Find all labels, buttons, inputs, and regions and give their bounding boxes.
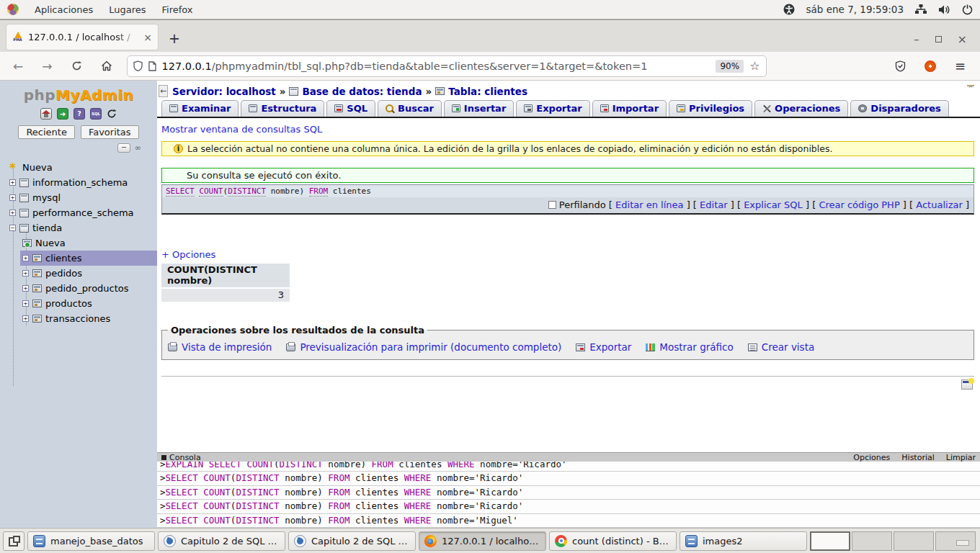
tab-importar[interactable]: Importar (592, 100, 667, 117)
taskbar-window[interactable]: Capitulo 2 de SQL c... (288, 531, 416, 551)
console-header[interactable]: Consola OpcionesHistorialLimpiar (157, 452, 980, 462)
tree-item-transacciones[interactable]: +transacciones (0, 311, 157, 326)
menu-lugares[interactable]: Lugares (109, 4, 146, 15)
operation-link[interactable]: Mostrar gráfico (646, 341, 733, 353)
tab-privilegios[interactable]: Privilegios (669, 100, 752, 117)
home-icon[interactable] (40, 108, 52, 120)
minimize-icon[interactable]: – (914, 33, 919, 46)
taskbar-window[interactable]: images2 (680, 531, 807, 551)
options-toggle-link[interactable]: + Opciones (161, 249, 215, 260)
workspace-cell[interactable] (894, 531, 934, 551)
console-history-line[interactable]: >EXPLAIN SELECT COUNT(DISTINCT nombre) F… (157, 462, 980, 472)
taskbar-window[interactable]: 127.0.0.1 / localhost... (419, 531, 546, 551)
tab-examinar[interactable]: Examinar (161, 100, 239, 117)
tree-item-performance_schema[interactable]: +performance_schema (0, 205, 157, 220)
menu-firefox[interactable]: Firefox (162, 4, 193, 15)
home-icon[interactable] (101, 60, 112, 71)
pma-logo[interactable]: phpMyAdmin (0, 86, 157, 104)
console-history-line[interactable]: >SELECT COUNT(DISTINCT nombre) FROM clie… (157, 500, 980, 513)
close-icon[interactable]: × (958, 32, 967, 46)
operation-link[interactable]: Crear vista (748, 341, 814, 353)
tab-buscar[interactable]: Buscar (378, 100, 442, 117)
collapse-all-icon[interactable]: − (117, 143, 130, 153)
expander-icon[interactable]: + (22, 270, 29, 276)
tree-item-information_schema[interactable]: +information_schema (0, 175, 157, 190)
sidebar-collapse-icon[interactable]: ← (159, 85, 168, 97)
refresh-icon[interactable] (107, 108, 117, 120)
power-icon[interactable] (962, 4, 973, 15)
query-action-link[interactable]: Editar (700, 199, 728, 210)
breadcrumb-item[interactable]: Tabla: clientes (448, 86, 527, 97)
menu-aplicaciones[interactable]: Aplicaciones (35, 4, 93, 15)
network-icon[interactable] (915, 4, 927, 14)
tab-disparadores[interactable]: Disparadores (850, 100, 948, 117)
logout-icon[interactable]: ➜ (57, 108, 68, 120)
volume-icon[interactable] (938, 4, 950, 15)
zoom-level-badge[interactable]: 90% (716, 60, 744, 73)
shield-icon[interactable] (133, 60, 143, 71)
console-menu-opciones[interactable]: Opciones (853, 453, 890, 462)
result-column-header[interactable]: COUNT(DISTINCT nombre) (161, 264, 290, 287)
link-icon[interactable]: ∞ (135, 143, 140, 153)
distro-logo-icon[interactable] (7, 4, 19, 15)
query-window-mini-icon[interactable] (961, 379, 973, 390)
profiling-checkbox[interactable] (548, 201, 556, 209)
query-action-link[interactable]: Editar en línea (615, 199, 683, 210)
workspace-cell[interactable] (852, 531, 892, 551)
page-info-icon[interactable] (148, 61, 156, 71)
console-menu-limpiar[interactable]: Limpiar (946, 453, 976, 462)
console-history-line[interactable]: >SELECT COUNT(DISTINCT nombre) FROM clie… (157, 514, 980, 528)
recent-button[interactable]: Reciente (18, 125, 75, 139)
tree-item-pedidos[interactable]: +pedidos (0, 266, 157, 281)
operation-link[interactable]: Vista de impresión (168, 341, 272, 353)
expander-icon[interactable]: + (22, 285, 29, 292)
forward-icon[interactable]: → (42, 59, 52, 73)
expander-icon[interactable]: + (9, 194, 16, 201)
accessibility-icon[interactable] (783, 4, 795, 15)
console-history-line[interactable]: >SELECT COUNT(DISTINCT nombre) FROM clie… (157, 486, 980, 500)
operation-link[interactable]: Previsualización para imprimir (document… (286, 341, 561, 353)
console-history-line[interactable]: >SELECT COUNT(DISTINCT nombre) FROM clie… (157, 472, 980, 485)
scroll-top-icon[interactable]: ⌃ (967, 85, 974, 92)
breadcrumb-item[interactable]: Base de datos: tienda (302, 86, 422, 97)
breadcrumb-item[interactable]: Servidor: localhost (172, 86, 276, 97)
tab-operaciones[interactable]: Operaciones (754, 100, 848, 117)
tab-sql[interactable]: SQL (326, 100, 375, 117)
tree-item-clientes[interactable]: +clientes (20, 251, 157, 266)
tab-estructura[interactable]: Estructura (241, 100, 324, 117)
new-tab-button[interactable]: + (169, 30, 180, 46)
favorites-button[interactable]: Favoritas (81, 125, 139, 139)
url-bar[interactable]: 127.0.0.1/phpmyadmin/tbl_sql.php?db=tien… (127, 55, 767, 77)
tree-item-nueva[interactable]: *Nueva (0, 160, 157, 175)
maximize-icon[interactable] (935, 36, 942, 42)
show-query-window-link[interactable]: Mostrar ventana de consultas SQL (161, 124, 322, 135)
expander-icon[interactable]: + (9, 179, 16, 186)
operation-link[interactable]: Exportar (576, 341, 631, 353)
clock[interactable]: sáb ene 7, 19:59:03 (806, 4, 904, 15)
bookmark-star-icon[interactable]: ☆ (749, 59, 760, 73)
extension-icon[interactable] (925, 60, 936, 72)
expander-icon[interactable]: − (9, 225, 16, 231)
workspace-cell[interactable] (935, 531, 976, 551)
tree-item-tienda[interactable]: −tienda (0, 220, 157, 235)
reload-icon[interactable] (71, 60, 82, 71)
shield-check-icon[interactable] (895, 60, 906, 72)
taskbar-window[interactable]: manejo_base_datos (27, 531, 155, 551)
sql-window-icon[interactable]: SQL (90, 108, 102, 120)
browser-tab[interactable]: PMA 127.0.0.1 / localhost / × (6, 24, 159, 50)
console-menu-historial[interactable]: Historial (901, 453, 934, 462)
query-action-link[interactable]: Crear código PHP (819, 199, 899, 210)
expander-icon[interactable]: + (22, 255, 29, 261)
tab-close-icon[interactable]: × (143, 32, 152, 43)
show-desktop-button[interactable] (3, 531, 24, 551)
expander-icon[interactable]: + (9, 210, 16, 216)
menu-hamburger-icon[interactable]: ≡ (955, 58, 966, 73)
help-icon[interactable]: ? (74, 108, 85, 120)
tree-item-nueva[interactable]: Nueva (0, 235, 157, 251)
tree-item-mysql[interactable]: +mysql (0, 190, 157, 205)
tree-item-pedido_productos[interactable]: +pedido_productos (0, 281, 157, 296)
query-action-link[interactable]: Actualizar (916, 199, 962, 210)
tab-exportar[interactable]: Exportar (516, 100, 589, 117)
url-text[interactable]: 127.0.0.1/phpmyadmin/tbl_sql.php?db=tien… (162, 60, 710, 72)
tree-item-productos[interactable]: +productos (0, 296, 157, 311)
